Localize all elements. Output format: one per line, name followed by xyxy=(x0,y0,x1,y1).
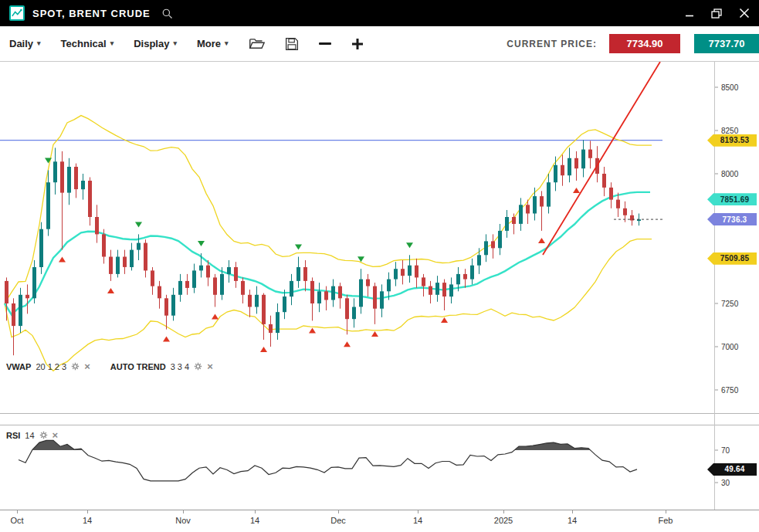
candle-body xyxy=(505,217,509,231)
candle-body xyxy=(178,281,182,295)
candle-body xyxy=(32,267,36,298)
candle-body xyxy=(60,161,64,192)
x-axis-label: 14 xyxy=(83,516,92,525)
restore-button[interactable] xyxy=(711,8,722,19)
candle-body xyxy=(359,280,363,307)
candle-body xyxy=(602,174,606,188)
candle-body xyxy=(123,257,127,267)
vwap-indicator-params: 20 1 2 3 xyxy=(36,362,66,371)
candle-body xyxy=(262,295,266,324)
buy-signal-marker xyxy=(309,327,316,333)
close-button[interactable] xyxy=(739,8,750,19)
search-icon[interactable] xyxy=(161,8,173,19)
x-axis-tick xyxy=(503,510,504,513)
candle-body xyxy=(561,165,564,175)
more-menu[interactable]: More▾ xyxy=(197,38,229,49)
candle-body xyxy=(220,274,224,295)
candle-body xyxy=(442,283,446,296)
candles xyxy=(5,140,641,355)
x-axis-label: 14 xyxy=(413,516,422,525)
close-indicator-icon[interactable]: × xyxy=(207,361,213,371)
ask-price-badge: 7737.70 xyxy=(694,34,759,53)
candle-body xyxy=(554,165,557,182)
candle-body xyxy=(422,277,425,286)
chevron-down-icon: ▾ xyxy=(173,40,177,47)
candle-body xyxy=(484,241,488,255)
toolbar: Daily▾ Technical▾ Display▾ More▾ CURRENT… xyxy=(0,26,759,62)
rsi-indicator-label: RSI xyxy=(6,431,20,440)
rsi-legend-row: RSI 14 × xyxy=(6,430,58,440)
y-axis-label: 7000 xyxy=(721,343,739,351)
close-indicator-icon[interactable]: × xyxy=(84,361,90,371)
candle-body xyxy=(568,158,571,175)
x-axis-label: 2025 xyxy=(494,516,513,525)
candle-body xyxy=(373,286,377,309)
x-axis-tick xyxy=(87,510,88,513)
price-tag: 8193.53 xyxy=(707,134,757,147)
technical-menu[interactable]: Technical▾ xyxy=(61,38,114,49)
candle-body xyxy=(317,291,321,303)
instrument-title: SPOT, BRENT CRUDE xyxy=(32,8,151,19)
sell-signal-marker xyxy=(295,245,302,250)
candle-body xyxy=(512,217,516,224)
candle-body xyxy=(526,205,530,213)
timeframe-menu[interactable]: Daily▾ xyxy=(9,38,41,49)
x-axis-label: Feb xyxy=(659,516,673,525)
candle-body xyxy=(234,267,238,281)
candle-body xyxy=(206,266,210,278)
candle-body xyxy=(338,286,342,299)
candle-body xyxy=(533,196,537,213)
pane-divider[interactable] xyxy=(0,413,759,414)
minimize-button[interactable] xyxy=(685,8,694,18)
candle-body xyxy=(248,295,252,307)
open-folder-icon[interactable] xyxy=(249,37,265,51)
candle-body xyxy=(241,281,245,295)
candle-body xyxy=(623,208,627,215)
chevron-down-icon: ▾ xyxy=(37,40,41,47)
candle-body xyxy=(547,182,551,206)
price-tag: 7736.3 xyxy=(707,213,757,225)
candle-body xyxy=(276,312,280,333)
save-icon[interactable] xyxy=(285,37,299,51)
rsi-chart[interactable]: 7030 xyxy=(0,425,759,510)
zoom-out-icon[interactable] xyxy=(319,42,331,45)
zoom-in-icon[interactable] xyxy=(351,38,364,50)
candle-body xyxy=(380,291,384,308)
display-menu-label: Display xyxy=(134,38,169,49)
bid-price-badge: 7734.90 xyxy=(609,34,680,53)
sell-signal-marker xyxy=(135,222,142,227)
sell-signal-marker xyxy=(406,242,413,248)
main-chart[interactable]: 85008250800077507500725070006750 xyxy=(0,62,759,413)
vwap-indicator-label: VWAP xyxy=(6,362,31,371)
rsi-axis-label: 70 xyxy=(721,446,730,455)
display-menu[interactable]: Display▾ xyxy=(134,38,177,49)
candle-body xyxy=(498,231,502,248)
candle-body xyxy=(324,291,328,300)
gear-icon[interactable] xyxy=(71,362,80,371)
y-axis-label: 8500 xyxy=(721,83,739,92)
gear-icon[interactable] xyxy=(39,431,48,439)
candle-body xyxy=(429,286,432,295)
candle-body xyxy=(25,295,29,299)
gear-icon[interactable] xyxy=(194,362,202,371)
candle-body xyxy=(46,182,50,229)
close-indicator-icon[interactable]: × xyxy=(53,430,59,440)
x-axis-tick xyxy=(338,510,339,513)
x-axis-label: Dec xyxy=(330,516,346,525)
rsi-pane-border xyxy=(0,425,759,425)
price-axis-border[interactable] xyxy=(714,62,715,510)
candle-body xyxy=(408,266,412,276)
candle-body xyxy=(39,229,43,267)
indicator-legend-row: VWAP 20 1 2 3 × AUTO TREND 3 3 4 × xyxy=(6,361,213,371)
buy-signal-marker xyxy=(107,288,114,293)
bollinger-lower-band xyxy=(5,239,652,371)
time-axis[interactable]: Oct14Nov14Dec14202514Feb xyxy=(0,510,759,532)
candle-body xyxy=(588,150,592,158)
candle-body xyxy=(102,234,106,256)
candle-body xyxy=(310,281,314,303)
current-price-label: CURRENT PRICE: xyxy=(507,39,597,49)
x-axis-tick xyxy=(17,510,18,513)
auto-trend-line[interactable] xyxy=(543,62,660,255)
x-axis-label: 14 xyxy=(250,516,259,525)
candle-body xyxy=(491,241,495,248)
